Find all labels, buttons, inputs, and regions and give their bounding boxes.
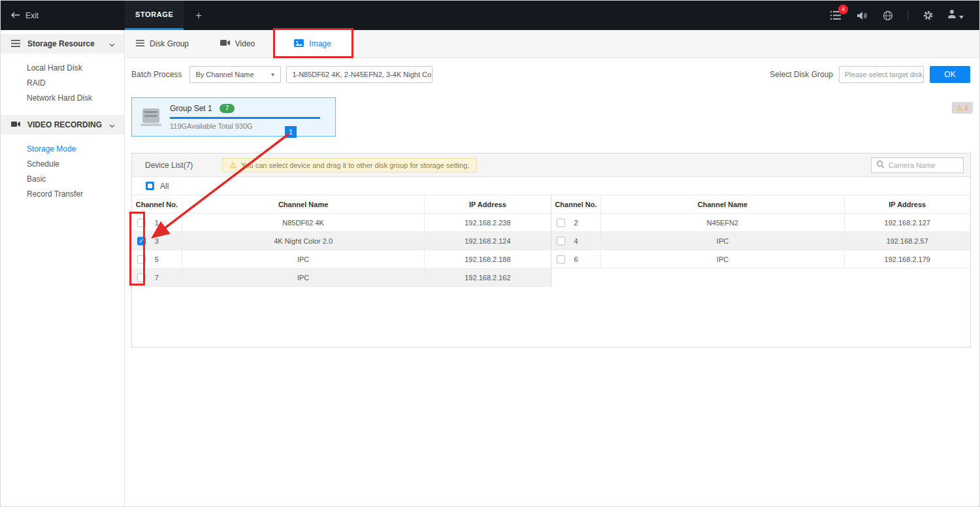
table-row[interactable]: 5 IPC 192.168.2.188	[132, 250, 551, 269]
select-disk-group-label: Select Disk Group	[770, 70, 833, 79]
table-row[interactable]: 6 IPC 192.168.2.179	[551, 250, 971, 269]
channels-select[interactable]: 1-N85DF62 4K, 2-N45EFN2, 3-4K Night Co..…	[286, 66, 433, 83]
channel-no: 2	[574, 219, 578, 227]
sidebar-item-schedule[interactable]: Schedule	[1, 156, 124, 171]
batch-mode-select[interactable]: By Channel Name ▼	[189, 66, 281, 83]
row-checkbox[interactable]	[557, 218, 565, 227]
device-tables: Channel No. Channel Name IP Address 1 N8…	[132, 195, 970, 287]
target-disk-select[interactable]: Please select target disk ... ▼	[839, 66, 924, 83]
ip-address: 192.168.2.57	[845, 232, 970, 250]
ip-address: 192.168.2.238	[425, 214, 550, 231]
sidebar-item-local-hard-disk[interactable]: Local Hard Disk	[1, 60, 124, 75]
device-list-title: Device List(7)	[145, 161, 193, 170]
table-row[interactable]: 3 4K Night Color 2.0 192.168.2.124	[132, 232, 551, 250]
column-header-ip: IP Address	[845, 195, 970, 213]
chevron-down-icon	[109, 38, 115, 50]
ok-button[interactable]: OK	[930, 66, 970, 83]
tab-storage[interactable]: STORAGE	[125, 1, 184, 30]
sidebar-item-label: RAID	[27, 78, 46, 88]
channel-name: IPC	[182, 250, 425, 268]
channel-name: 4K Night Color 2.0	[182, 232, 425, 250]
ip-address: 192.168.2.162	[425, 269, 550, 286]
channel-no: 4	[574, 237, 578, 245]
channel-no: 1	[155, 219, 159, 227]
sidebar-item-label: Network Hard Disk	[27, 93, 92, 103]
sidebar-item-raid[interactable]: RAID	[1, 75, 124, 90]
sidebar-item-storage-mode[interactable]: Storage Mode	[1, 141, 124, 156]
ip-address: 192.168.2.124	[425, 232, 550, 250]
section-label: Storage Resource	[27, 39, 102, 48]
row-checkbox[interactable]	[137, 273, 146, 282]
exit-button[interactable]: Exit	[1, 1, 125, 30]
chevron-down-icon: ▼	[270, 72, 275, 78]
plus-icon: +	[195, 10, 201, 22]
ip-address: 192.168.2.127	[845, 214, 970, 231]
channel-no: 3	[155, 237, 159, 245]
disk-group-card[interactable]: Group Set 1 7 119GAvailable Total 930G	[131, 97, 336, 137]
table-row[interactable]: 4 IPC 192.168.2.57	[551, 232, 971, 250]
chevron-down-icon	[109, 119, 115, 131]
drag-hint-note: ⚠ You can select device and drag it to o…	[222, 158, 476, 172]
settings-gear-icon[interactable]	[921, 9, 934, 22]
user-menu[interactable]	[947, 9, 964, 22]
image-icon	[294, 39, 304, 49]
camera-search-box	[871, 157, 964, 173]
select-all-checkbox[interactable]	[146, 182, 154, 190]
tab-disk-group[interactable]: Disk Group	[125, 30, 200, 57]
table-row[interactable]: 7 IPC 192.168.2.162	[132, 269, 551, 287]
sidebar-item-network-hard-disk[interactable]: Network Hard Disk	[1, 90, 124, 105]
select-value: 1-N85DF62 4K, 2-N45EFN2, 3-4K Night Co..…	[292, 71, 433, 78]
sidebar-gap	[1, 105, 124, 115]
drag-order-badge: 1	[285, 126, 297, 138]
alarm-count-flag[interactable]: ⚠ 6	[952, 102, 973, 114]
disk-card-main: Group Set 1 7 119GAvailable Total 930G	[170, 104, 335, 130]
table-row[interactable]: 2 N45EFN2 192.168.2.127	[551, 214, 971, 232]
sidebar-item-label: Schedule	[27, 159, 59, 169]
event-list-icon[interactable]: 4	[829, 9, 842, 22]
channel-name: IPC	[601, 232, 844, 250]
channel-no: 5	[155, 255, 159, 263]
device-list-header: Device List(7) ⚠ You can select device a…	[132, 154, 970, 177]
list-icon	[136, 39, 144, 48]
alarm-count: 6	[965, 105, 969, 112]
row-checkbox[interactable]	[137, 255, 146, 263]
sidebar-item-record-transfer[interactable]: Record Transfer	[1, 186, 124, 201]
top-bar: Exit STORAGE + 4	[1, 1, 979, 30]
column-header-channel-no: Channel No.	[551, 195, 602, 213]
hard-disk-icon	[132, 106, 170, 127]
warning-triangle-icon: ⚠	[229, 161, 237, 169]
channel-count-badge: 7	[220, 104, 235, 113]
row-checkbox[interactable]	[137, 218, 146, 227]
search-icon	[876, 159, 885, 171]
sidebar-item-basic[interactable]: Basic	[1, 171, 124, 186]
alarm-icon[interactable]	[855, 9, 868, 22]
tab-image[interactable]: Image	[275, 30, 350, 57]
row-checkbox[interactable]	[557, 255, 565, 263]
list-icon	[11, 38, 20, 50]
search-input[interactable]	[889, 161, 958, 169]
network-globe-icon[interactable]	[881, 9, 894, 22]
ip-address: 192.168.2.179	[845, 250, 970, 268]
select-value: By Channel Name	[195, 71, 253, 78]
sidebar-item-label: Record Transfer	[27, 189, 83, 199]
sidebar-section-video-recording[interactable]: VIDEO RECORDING	[1, 115, 124, 135]
table-header-row: Channel No. Channel Name IP Address	[132, 195, 551, 214]
tab-label: Video	[235, 39, 255, 48]
row-checkbox[interactable]	[137, 237, 146, 245]
sidebar-item-label: Local Hard Disk	[27, 63, 82, 73]
add-tab-button[interactable]: +	[184, 1, 213, 30]
chevron-down-icon	[959, 10, 964, 22]
event-count-badge: 4	[838, 5, 848, 14]
warning-triangle-icon: ⚠	[956, 105, 963, 112]
topbar-icons: 4	[829, 1, 979, 30]
channel-name: IPC	[601, 250, 844, 268]
sidebar-item-label: Storage Mode	[27, 144, 76, 154]
channel-no: 6	[574, 255, 578, 263]
sidebar-section-storage-resource[interactable]: Storage Resource	[1, 34, 124, 54]
column-header-channel-name: Channel Name	[182, 195, 425, 213]
tab-video[interactable]: Video	[200, 30, 275, 57]
row-checkbox[interactable]	[557, 237, 565, 245]
channel-no: 7	[155, 274, 159, 282]
sidebar: Storage Resource Local Hard Disk RAID Ne…	[1, 30, 125, 506]
table-row[interactable]: 1 N85DF62 4K 192.168.2.238	[132, 214, 551, 232]
